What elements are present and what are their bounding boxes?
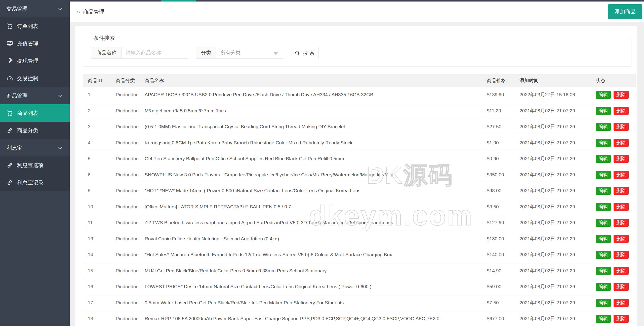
edit-button[interactable]: 编辑	[596, 187, 611, 195]
page-title: 商品管理	[83, 8, 104, 15]
col-header-category: 商品分类	[111, 77, 140, 84]
cell-category: Pinduoduo	[111, 156, 140, 161]
cell-price: $7.50	[482, 300, 515, 306]
col-header-product-id: 商品ID	[83, 77, 111, 84]
edit-button[interactable]: 编辑	[596, 107, 611, 115]
delete-button[interactable]: 删除	[614, 123, 629, 131]
delete-button[interactable]: 删除	[614, 299, 629, 307]
cell-price: $180.00	[482, 236, 515, 242]
sidebar-group-0[interactable]: 交易管理	[0, 0, 70, 17]
edit-button[interactable]: 编辑	[596, 91, 611, 99]
table-row: 13 Pinduoduo Royal Canin Feline Health N…	[83, 231, 636, 247]
cell-name: SNOWPLUS New 3.0 Pods Flavors - Grape Ic…	[140, 172, 482, 178]
delete-button[interactable]: 删除	[614, 139, 629, 147]
cell-price: $0.90	[482, 156, 515, 161]
sidebar-item-6[interactable]: 商品列表	[0, 104, 70, 122]
cell-price: $14.90	[482, 268, 515, 274]
cell-name: Royal Canin Feline Health Nutrition - Se…	[140, 236, 482, 242]
chevron-down-icon	[57, 6, 63, 12]
gavel-icon	[7, 58, 13, 64]
edit-button[interactable]: 编辑	[596, 123, 611, 131]
cell-product-id: 4	[83, 140, 111, 146]
cell-actions: 编辑 删除	[592, 315, 636, 323]
sidebar-item-label: 利息宝选项	[17, 162, 44, 169]
products-table: 商品ID 商品分类 商品名称 商品价格 添加时间 状态 1 Pinduoduo …	[83, 74, 636, 326]
edit-button[interactable]: 编辑	[596, 251, 611, 259]
edit-button[interactable]: 编辑	[596, 139, 611, 147]
cell-name: [Office Matters] LATOR SIMPLE RETRACTABL…	[140, 204, 482, 210]
cell-name: APACER 16GB / 32GB USB2.0 Pendrive Pen D…	[140, 92, 482, 97]
cell-actions: 编辑 删除	[592, 91, 636, 99]
cart-icon	[7, 110, 13, 116]
cell-actions: 编辑 删除	[592, 203, 636, 211]
cell-product-id: 11	[83, 220, 111, 225]
cell-category: Pinduoduo	[111, 252, 140, 257]
cell-name: *Hot Sales* Macaron Bluetooth Earpod InP…	[140, 252, 482, 257]
sidebar-item-2[interactable]: 充值管理	[0, 35, 70, 52]
edit-button[interactable]: 编辑	[596, 299, 611, 307]
sidebar-group-8[interactable]: 利息宝	[0, 139, 70, 156]
cell-time: 2021年08月02日 21:07:29	[515, 300, 592, 306]
delete-button[interactable]: 删除	[614, 107, 629, 115]
delete-button[interactable]: 删除	[614, 235, 629, 243]
col-header-time: 添加时间	[515, 77, 592, 84]
cell-time: 2021年08月02日 21:07:29	[515, 251, 592, 258]
product-name-input[interactable]	[122, 47, 188, 59]
sidebar-item-label: 利息宝记录	[17, 179, 44, 186]
cell-product-id: 13	[83, 236, 111, 242]
sidebar-item-1[interactable]: 订单列表	[0, 17, 70, 35]
delete-button[interactable]: 删除	[614, 91, 629, 99]
cell-category: Pinduoduo	[111, 236, 140, 242]
category-label: 分类	[196, 47, 216, 59]
cell-name: (0.5-1.0MM) Elastic Line Transparent Cry…	[140, 124, 482, 129]
sidebar-item-9[interactable]: 利息宝选项	[0, 156, 70, 174]
delete-button[interactable]: 删除	[614, 315, 629, 323]
cell-category: Pinduoduo	[111, 124, 140, 129]
search-button[interactable]: 搜 索	[291, 47, 318, 59]
cell-category: Pinduoduo	[111, 316, 140, 321]
cell-name: M&g gel pen r3/r5 0.5mm/0.7mm 1pcs	[140, 108, 482, 114]
delete-button[interactable]: 删除	[614, 251, 629, 259]
cell-product-id: 14	[83, 252, 111, 257]
cell-product-id: 17	[83, 300, 111, 306]
delete-button[interactable]: 删除	[614, 203, 629, 211]
table-row: 8 Pinduoduo *HOT* *NEW* Made 14mm ( Powe…	[83, 183, 636, 199]
sidebar-nav: 交易管理订单列表充值管理提现管理交易控制商品管理商品列表商品分类利息宝利息宝选项…	[0, 0, 70, 326]
delete-button[interactable]: 删除	[614, 283, 629, 291]
add-product-button[interactable]: 添加商品	[608, 4, 642, 19]
cell-price: $127.90	[482, 220, 515, 225]
edit-button[interactable]: 编辑	[596, 155, 611, 163]
sidebar-item-3[interactable]: 提现管理	[0, 52, 70, 70]
cell-name: LOWEST PRICE* Desire 14mm Natural Size C…	[140, 284, 482, 289]
delete-button[interactable]: 删除	[614, 219, 629, 227]
cell-category: Pinduoduo	[111, 92, 140, 97]
edit-button[interactable]: 编辑	[596, 283, 611, 291]
edit-button[interactable]: 编辑	[596, 203, 611, 211]
edit-button[interactable]: 编辑	[596, 171, 611, 179]
cell-time: 2021年08月02日 21:07:29	[515, 155, 592, 162]
cell-category: Pinduoduo	[111, 268, 140, 274]
sidebar-item-10[interactable]: 利息宝记录	[0, 174, 70, 191]
delete-button[interactable]: 删除	[614, 171, 629, 179]
sidebar-item-4[interactable]: 交易控制	[0, 70, 70, 87]
cell-product-id: 16	[83, 284, 111, 289]
delete-button[interactable]: 删除	[614, 155, 629, 163]
table-row: 6 Pinduoduo SNOWPLUS New 3.0 Pods Flavor…	[83, 167, 636, 183]
edit-button[interactable]: 编辑	[596, 235, 611, 243]
edit-button[interactable]: 编辑	[596, 267, 611, 275]
category-select[interactable]: 所有分类	[216, 47, 283, 59]
breadcrumb: » 商品管理	[77, 2, 104, 22]
cell-price: $139.90	[482, 92, 515, 97]
cell-price: $59.00	[482, 284, 515, 289]
chevron-down-icon	[273, 52, 278, 55]
edit-button[interactable]: 编辑	[596, 219, 611, 227]
delete-button[interactable]: 删除	[614, 187, 629, 195]
sidebar-item-7[interactable]: 商品分类	[0, 122, 70, 139]
sidebar-group-label: 利息宝	[7, 144, 22, 151]
delete-button[interactable]: 删除	[614, 267, 629, 275]
cell-name: i12 TWS Bluetooth wireless earphones Inp…	[140, 220, 482, 225]
edit-button[interactable]: 编辑	[596, 315, 611, 323]
sidebar-group-5[interactable]: 商品管理	[0, 87, 70, 104]
gauge-icon	[7, 75, 13, 81]
cell-time: 2021年08月02日 21:07:29	[515, 187, 592, 194]
